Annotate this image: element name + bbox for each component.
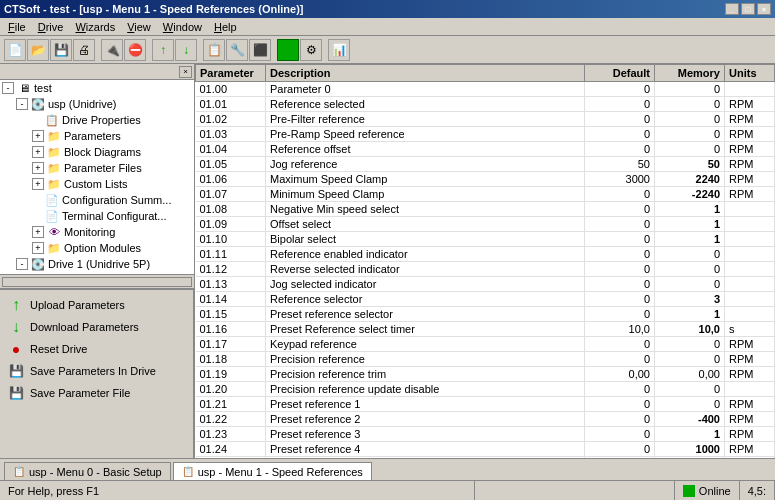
tree-item-drive-props-1[interactable]: 📋 Drive Properties bbox=[0, 112, 194, 128]
table-row[interactable]: 01.10 Bipolar select 0 1 bbox=[196, 232, 775, 247]
action-save-file[interactable]: 💾 Save Parameter File bbox=[8, 382, 185, 404]
tree-item-parameters[interactable]: + 📁 Parameters bbox=[0, 128, 194, 144]
cell-units: RPM bbox=[725, 427, 775, 442]
table-row[interactable]: 01.02 Pre-Filter reference 0 0 RPM bbox=[196, 112, 775, 127]
param-table-container[interactable]: Parameter Description Default Memory Uni… bbox=[195, 64, 775, 458]
tb-open[interactable]: 📂 bbox=[27, 39, 49, 61]
cell-param: 01.14 bbox=[196, 292, 266, 307]
table-row[interactable]: 01.08 Negative Min speed select 0 1 bbox=[196, 202, 775, 217]
tree-expand-param-files[interactable]: + bbox=[32, 162, 44, 174]
cell-desc: Pre-Ramp Speed reference bbox=[266, 127, 585, 142]
tree-item-custom-lists[interactable]: + 📁 Custom Lists bbox=[0, 176, 194, 192]
tree-container[interactable]: - 🖥 test - 💽 usp (Unidrive) 📋 Drive Prop… bbox=[0, 80, 194, 274]
table-row[interactable]: 01.17 Keypad reference 0 0 RPM bbox=[196, 337, 775, 352]
close-button[interactable]: × bbox=[757, 3, 771, 15]
cell-units: RPM bbox=[725, 397, 775, 412]
minimize-button[interactable]: _ bbox=[725, 3, 739, 15]
cell-default: 0 bbox=[585, 307, 655, 322]
table-row[interactable]: 01.23 Preset reference 3 0 1 RPM bbox=[196, 427, 775, 442]
cell-default: 0 bbox=[585, 202, 655, 217]
tb-disconnect[interactable]: ⛔ bbox=[124, 39, 146, 61]
tree-expand-custom-lists[interactable]: + bbox=[32, 178, 44, 190]
cell-units: RPM bbox=[725, 142, 775, 157]
tree-item-config-summ[interactable]: 📄 Configuration Summ... bbox=[0, 192, 194, 208]
table-row[interactable]: 01.12 Reverse selected indicator 0 0 bbox=[196, 262, 775, 277]
table-row[interactable]: 01.21 Preset reference 1 0 0 RPM bbox=[196, 397, 775, 412]
menu-view[interactable]: View bbox=[121, 19, 157, 35]
tb-connect[interactable]: 🔌 bbox=[101, 39, 123, 61]
action-save-drive[interactable]: 💾 Save Parameters In Drive bbox=[8, 360, 185, 382]
cell-memory: 0 bbox=[655, 112, 725, 127]
tab-speed[interactable]: 📋 usp - Menu 1 - Speed References bbox=[173, 462, 372, 480]
menu-wizards[interactable]: Wizards bbox=[69, 19, 121, 35]
table-row[interactable]: 01.00 Parameter 0 0 0 bbox=[196, 82, 775, 97]
restore-button[interactable]: □ bbox=[741, 3, 755, 15]
tb-block[interactable]: ⬛ bbox=[249, 39, 271, 61]
tree-label-config-summ: Configuration Summ... bbox=[62, 194, 171, 206]
tab-basic[interactable]: 📋 usp - Menu 0 - Basic Setup bbox=[4, 462, 171, 480]
cell-param: 01.18 bbox=[196, 352, 266, 367]
table-row[interactable]: 01.09 Offset select 0 1 bbox=[196, 217, 775, 232]
table-row[interactable]: 01.14 Reference selector 0 3 bbox=[196, 292, 775, 307]
tree-expand-test[interactable]: - bbox=[2, 82, 14, 94]
table-row[interactable]: 01.01 Reference selected 0 0 RPM bbox=[196, 97, 775, 112]
table-row[interactable]: 01.16 Preset Reference select timer 10,0… bbox=[196, 322, 775, 337]
tree-expand-drive1[interactable]: - bbox=[16, 258, 28, 270]
cell-units: s bbox=[725, 322, 775, 337]
table-row[interactable]: 01.11 Reference enabled indicator 0 0 bbox=[196, 247, 775, 262]
menu-drive[interactable]: Drive bbox=[32, 19, 70, 35]
tree-expand-usp[interactable]: - bbox=[16, 98, 28, 110]
table-row[interactable]: 01.18 Precision reference 0 0 RPM bbox=[196, 352, 775, 367]
panel-close-button[interactable]: × bbox=[179, 66, 192, 78]
tree-item-option-mod[interactable]: + 📁 Option Modules bbox=[0, 240, 194, 256]
upload-icon: ↑ bbox=[8, 297, 24, 313]
table-row[interactable]: 01.19 Precision reference trim 0,00 0,00… bbox=[196, 367, 775, 382]
cell-desc: Precision reference update disable bbox=[266, 382, 585, 397]
action-reset[interactable]: ● Reset Drive bbox=[8, 338, 185, 360]
table-row[interactable]: 01.05 Jog reference 50 50 RPM bbox=[196, 157, 775, 172]
cell-default: 0 bbox=[585, 442, 655, 457]
tree-item-monitoring[interactable]: + 👁 Monitoring bbox=[0, 224, 194, 240]
menu-help[interactable]: Help bbox=[208, 19, 243, 35]
tb-new[interactable]: 📄 bbox=[4, 39, 26, 61]
tree-item-block-diag[interactable]: + 📁 Block Diagrams bbox=[0, 144, 194, 160]
table-row[interactable]: 01.03 Pre-Ramp Speed reference 0 0 RPM bbox=[196, 127, 775, 142]
tree-item-terminal[interactable]: 📄 Terminal Configurat... bbox=[0, 208, 194, 224]
h-scrollbar[interactable] bbox=[0, 274, 194, 288]
table-row[interactable]: 01.06 Maximum Speed Clamp 3000 2240 RPM bbox=[196, 172, 775, 187]
menu-file[interactable]: File bbox=[2, 19, 32, 35]
cell-desc: Negative Min speed select bbox=[266, 202, 585, 217]
tree-expand-parameters[interactable]: + bbox=[32, 130, 44, 142]
window-controls[interactable]: _ □ × bbox=[725, 3, 771, 15]
tree-expand-monitoring[interactable]: + bbox=[32, 226, 44, 238]
tb-download[interactable]: ↓ bbox=[175, 39, 197, 61]
tree-expand-block[interactable]: + bbox=[32, 146, 44, 158]
cell-memory: 0 bbox=[655, 82, 725, 97]
reset-icon: ● bbox=[8, 341, 24, 357]
tree-expand-option-mod[interactable]: + bbox=[32, 242, 44, 254]
table-row[interactable]: 01.22 Preset reference 2 0 -400 RPM bbox=[196, 412, 775, 427]
tb-monitor[interactable]: 📊 bbox=[328, 39, 350, 61]
tb-params[interactable]: 📋 bbox=[203, 39, 225, 61]
tree-item-test[interactable]: - 🖥 test bbox=[0, 80, 194, 96]
tb-wizard[interactable]: 🔧 bbox=[226, 39, 248, 61]
tree-item-usp[interactable]: - 💽 usp (Unidrive) bbox=[0, 96, 194, 112]
table-row[interactable]: 01.04 Reference offset 0 0 RPM bbox=[196, 142, 775, 157]
tb-print[interactable]: 🖨 bbox=[73, 39, 95, 61]
table-row[interactable]: 01.25 Preset reference 5 0 1000 RPM bbox=[196, 457, 775, 459]
tb-config[interactable]: ⚙ bbox=[300, 39, 322, 61]
tb-save[interactable]: 💾 bbox=[50, 39, 72, 61]
table-row[interactable]: 01.24 Preset reference 4 0 1000 RPM bbox=[196, 442, 775, 457]
tree-item-drive1[interactable]: - 💽 Drive 1 (Unidrive 5P) bbox=[0, 256, 194, 272]
table-row[interactable]: 01.13 Jog selected indicator 0 0 bbox=[196, 277, 775, 292]
cell-units: RPM bbox=[725, 412, 775, 427]
table-row[interactable]: 01.15 Preset reference selector 0 1 bbox=[196, 307, 775, 322]
menu-window[interactable]: Window bbox=[157, 19, 208, 35]
table-row[interactable]: 01.20 Precision reference update disable… bbox=[196, 382, 775, 397]
table-row[interactable]: 01.07 Minimum Speed Clamp 0 -2240 RPM bbox=[196, 187, 775, 202]
action-download[interactable]: ↓ Download Parameters bbox=[8, 316, 185, 338]
tb-upload[interactable]: ↑ bbox=[152, 39, 174, 61]
action-upload[interactable]: ↑ Upload Parameters bbox=[8, 294, 185, 316]
action-save-drive-label: Save Parameters In Drive bbox=[30, 365, 156, 377]
tree-item-param-files[interactable]: + 📁 Parameter Files bbox=[0, 160, 194, 176]
